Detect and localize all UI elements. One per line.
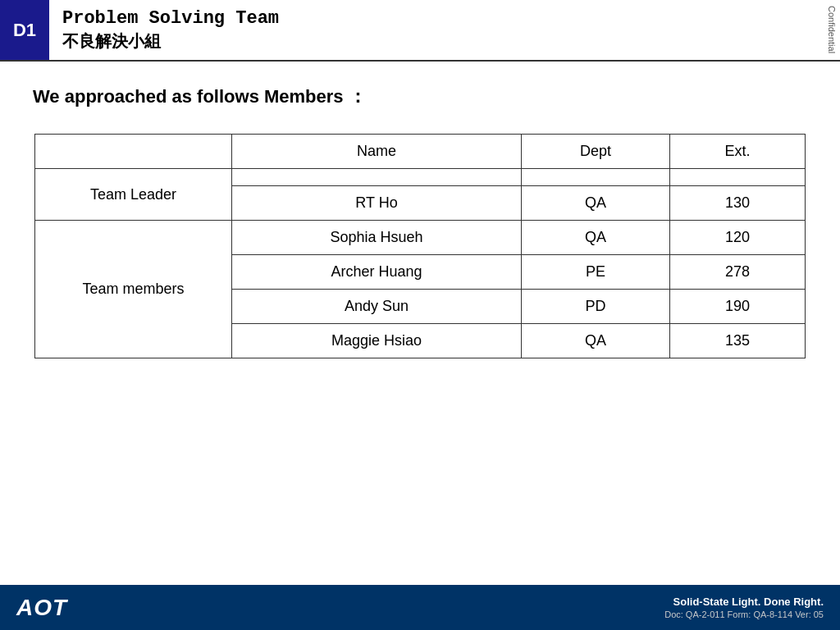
- footer-logo: AOT: [16, 595, 67, 621]
- dept-column-header: Dept: [521, 135, 669, 169]
- team-leader-label: Team Leader: [35, 169, 232, 221]
- ext-column-header: Ext.: [670, 135, 806, 169]
- team-table: Name Dept Ext. Team Leader RT Ho QA 130 …: [34, 134, 806, 358]
- header-title-block: Problem Solving Team 不良解決小組: [49, 0, 824, 60]
- footer-slogan: Solid-State Light. Done Right.: [673, 596, 824, 608]
- confidential-label: Confidential: [824, 0, 840, 60]
- dept-cell: QA: [521, 186, 669, 221]
- name-cell: [232, 169, 522, 186]
- dept-cell: QA: [521, 324, 669, 358]
- dept-cell: [521, 169, 669, 186]
- name-cell: Sophia Hsueh: [232, 221, 522, 255]
- d1-badge: D1: [0, 0, 49, 60]
- table-row: Team Leader: [35, 169, 806, 186]
- name-cell: Archer Huang: [232, 255, 522, 290]
- team-members-label: Team members: [35, 221, 232, 358]
- ext-cell: 278: [670, 255, 806, 290]
- ext-cell: [670, 169, 806, 186]
- name-cell: Andy Sun: [232, 290, 522, 324]
- page-subtitle: We approached as follows Members ：: [33, 84, 807, 109]
- title-english: Problem Solving Team: [62, 8, 810, 29]
- main-content: We approached as follows Members ： Name …: [0, 62, 840, 381]
- footer-doc-info: Doc: QA-2-011 Form: QA-8-114 Ver: 05: [664, 609, 824, 619]
- table-row: Team members Sophia Hsueh QA 120: [35, 221, 806, 255]
- name-cell: RT Ho: [232, 186, 522, 221]
- ext-cell: 190: [670, 290, 806, 324]
- dept-cell: PD: [521, 290, 669, 324]
- footer-right-block: Solid-State Light. Done Right. Doc: QA-2…: [664, 596, 824, 619]
- title-chinese: 不良解決小組: [62, 30, 810, 52]
- ext-cell: 130: [670, 186, 806, 221]
- name-cell: Maggie Hsiao: [232, 324, 522, 358]
- ext-cell: 135: [670, 324, 806, 358]
- page-header: D1 Problem Solving Team 不良解決小組 Confident…: [0, 0, 840, 62]
- dept-cell: QA: [521, 221, 669, 255]
- table-header-row: Name Dept Ext.: [35, 135, 806, 169]
- ext-cell: 120: [670, 221, 806, 255]
- page-footer: AOT Solid-State Light. Done Right. Doc: …: [0, 585, 840, 630]
- dept-cell: PE: [521, 255, 669, 290]
- role-header-cell: [35, 135, 232, 169]
- name-column-header: Name: [232, 135, 522, 169]
